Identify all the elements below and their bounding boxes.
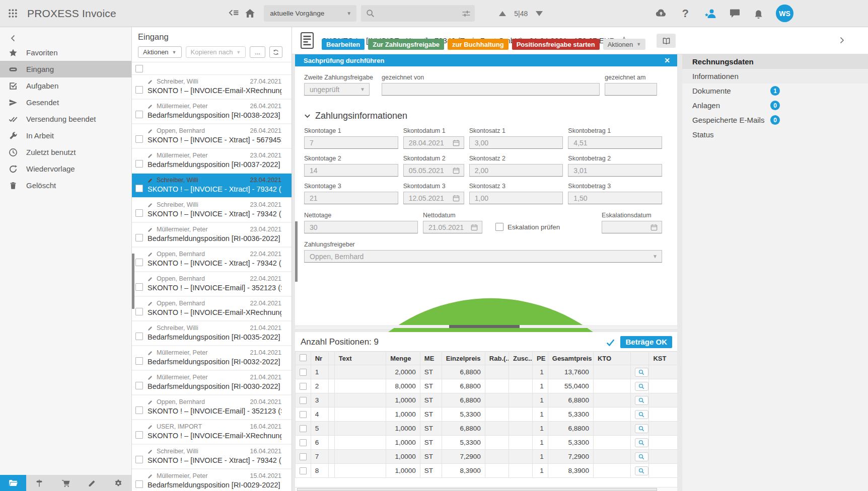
item-checkbox[interactable] bbox=[135, 111, 143, 118]
eskalationsdatum-field[interactable] bbox=[602, 221, 662, 233]
refresh-list-button[interactable] bbox=[269, 46, 282, 58]
row-checkbox[interactable] bbox=[300, 453, 307, 460]
position-row[interactable]: 1 2,0000 ST 6,8800 1 bbox=[296, 365, 678, 379]
list-item[interactable]: Schreiber, Willi 21.04.2021 Bedarfsmeldu… bbox=[132, 321, 292, 346]
tool-cart[interactable] bbox=[52, 475, 79, 491]
panel-tab-rechnungsdaten[interactable]: Rechnungsdaten bbox=[682, 54, 868, 69]
row-checkbox[interactable] bbox=[300, 397, 307, 404]
list-item[interactable]: Müllermeier, Peter 23.04.2021 Bedarfsmel… bbox=[132, 223, 292, 248]
start-position-release-button[interactable]: Positionsfreigabe starten bbox=[512, 39, 600, 50]
list-item[interactable]: Oppen, Bernhard 22.04.2021 SKONTO ! – [I… bbox=[132, 272, 292, 297]
item-checkbox[interactable] bbox=[135, 333, 143, 340]
sidebar-item-aufgaben[interactable]: Aufgaben bbox=[0, 77, 131, 94]
panel-tab-anlagen[interactable]: Anlagen 0 bbox=[682, 98, 868, 113]
chevron-right-icon[interactable] bbox=[838, 36, 846, 44]
list-item[interactable]: Müllermeier, Peter 15.04.2021 Bedarfsmel… bbox=[132, 469, 292, 491]
item-checkbox[interactable] bbox=[135, 86, 143, 94]
item-checkbox[interactable] bbox=[135, 135, 143, 143]
more-button[interactable]: ... bbox=[250, 46, 265, 58]
app-grid-icon[interactable] bbox=[8, 9, 18, 18]
sidebar-item-favoriten[interactable]: Favoriten bbox=[0, 44, 131, 61]
row-checkbox[interactable] bbox=[300, 439, 307, 446]
list-item[interactable]: Müllermeier, Peter 21.04.2021 Bedarfsmel… bbox=[132, 371, 292, 395]
list-scrollbar[interactable] bbox=[132, 254, 134, 309]
list-item[interactable]: Oppen, Bernhard 22.04.2021 SKONTO ! – [I… bbox=[132, 297, 292, 321]
row-checkbox[interactable] bbox=[300, 467, 307, 474]
sidebar-item-versendung-beendet[interactable]: Versendung beendet bbox=[0, 111, 131, 127]
row-checkbox[interactable] bbox=[300, 411, 307, 418]
to-accounting-button[interactable]: zur Buchhaltung bbox=[448, 39, 509, 50]
position-row[interactable]: 6 1,0000 ST 5,3300 1 bbox=[296, 436, 678, 450]
item-checkbox[interactable] bbox=[135, 357, 143, 365]
form-horizontal-scrollbar[interactable] bbox=[295, 325, 677, 328]
close-icon[interactable]: ✕ bbox=[664, 57, 670, 64]
item-checkbox[interactable] bbox=[135, 406, 143, 414]
kto-lookup-button[interactable] bbox=[635, 382, 648, 391]
list-item[interactable]: USER, IMPORT 16.04.2021 SKONTO ! – [INVO… bbox=[132, 420, 292, 445]
chat-icon[interactable] bbox=[730, 8, 740, 19]
sidebar-item-gesendet[interactable]: Gesendet bbox=[0, 94, 131, 111]
tool-archive[interactable] bbox=[0, 475, 26, 491]
home-icon[interactable] bbox=[245, 8, 255, 19]
sidebar-item-eingang[interactable]: Eingang bbox=[0, 61, 131, 77]
form-scrollbar[interactable] bbox=[295, 221, 298, 282]
gezeichnet-von-field[interactable] bbox=[382, 83, 600, 96]
positions-horizontal-scrollbar[interactable] bbox=[295, 487, 677, 491]
kto-lookup-button[interactable] bbox=[635, 396, 648, 405]
kto-lookup-button[interactable] bbox=[635, 410, 648, 419]
previous-result-icon[interactable] bbox=[499, 11, 506, 16]
filter-sliders-icon[interactable] bbox=[462, 9, 471, 18]
sidebar-item-wiedervorlage[interactable]: Wiedervorlage bbox=[0, 160, 131, 177]
kto-lookup-button[interactable] bbox=[635, 466, 648, 475]
sidebar-item-geloescht[interactable]: Gelöscht bbox=[0, 177, 131, 194]
user-avatar[interactable]: WS bbox=[776, 5, 793, 22]
panel-tab-informationen[interactable]: Informationen bbox=[682, 69, 868, 84]
doc-actions-button[interactable]: Aktionen▼ bbox=[603, 39, 646, 50]
list-item[interactable]: Oppen, Bernhard 20.04.2021 SKONTO ! – [I… bbox=[132, 395, 292, 420]
kto-lookup-button[interactable] bbox=[635, 368, 648, 377]
position-row[interactable]: 7 1,0000 ST 7,2900 1 bbox=[296, 450, 678, 464]
section-zahlungsinformationen[interactable]: Zahlungsinformationen bbox=[304, 111, 677, 121]
list-item[interactable]: Oppen, Bernhard 22.04.2021 SKONTO ! – [I… bbox=[132, 248, 292, 272]
position-row[interactable]: 8 1,0000 ST 8,3900 1 bbox=[296, 464, 678, 478]
copy-to-button[interactable]: Kopieren nach▼ bbox=[186, 46, 246, 58]
row-checkbox[interactable] bbox=[300, 383, 307, 390]
row-checkbox[interactable] bbox=[300, 369, 307, 376]
eskalation-pruefen-checkbox[interactable] bbox=[495, 223, 503, 231]
item-checkbox[interactable] bbox=[135, 431, 143, 439]
panel-tab-status[interactable]: Status bbox=[682, 127, 868, 142]
help-icon[interactable]: ? bbox=[682, 8, 689, 19]
reading-view-button[interactable] bbox=[657, 34, 676, 48]
payment-release-button[interactable]: Zur Zahlungsfreigabe bbox=[368, 39, 444, 50]
notifications-bell-icon[interactable] bbox=[753, 8, 764, 19]
list-item[interactable]: Schreiber, Willi 27.04.2021 SKONTO ! – [… bbox=[132, 75, 292, 100]
search-box[interactable] bbox=[361, 5, 475, 22]
position-row[interactable]: 5 1,0000 ST 6,8800 1 bbox=[296, 422, 678, 436]
item-checkbox[interactable] bbox=[135, 283, 143, 291]
sidebar-collapse-icon[interactable] bbox=[9, 34, 17, 42]
user-star-icon[interactable] bbox=[704, 8, 716, 19]
zweite-zahlungsfreigabe-select[interactable]: ungeprüft ▼ bbox=[304, 83, 370, 96]
panel-tab-gespeicherte-emails[interactable]: Gespeicherte E-Mails 0 bbox=[682, 113, 868, 127]
list-item[interactable]: Oppen, Bernhard 26.04.2021 SKONTO ! – [I… bbox=[132, 124, 292, 149]
collapse-menu-icon[interactable] bbox=[228, 8, 239, 19]
tool-signpost[interactable] bbox=[26, 475, 52, 491]
position-row[interactable]: 2 8,0000 ST 6,8800 1 bbox=[296, 379, 678, 393]
kto-lookup-button[interactable] bbox=[635, 438, 648, 447]
position-row[interactable]: 4 1,0000 ST 5,3300 1 bbox=[296, 407, 678, 422]
list-item[interactable]: Schreiber, Willi 23.04.2021 SKONTO ! – [… bbox=[132, 198, 292, 223]
kto-lookup-button[interactable] bbox=[635, 452, 648, 461]
scope-select[interactable]: aktuelle Vorgänge ▼ bbox=[264, 5, 356, 22]
gezeichnet-am-field[interactable] bbox=[605, 83, 657, 96]
item-checkbox[interactable] bbox=[135, 185, 143, 192]
item-checkbox[interactable] bbox=[135, 160, 143, 168]
edit-button[interactable]: Bearbeiten bbox=[322, 39, 365, 50]
list-item[interactable]: Müllermeier, Peter 21.04.2021 Bedarfsmel… bbox=[132, 346, 292, 371]
list-item[interactable]: Schreiber, Willi 16.04.2021 SKONTO ! – [… bbox=[132, 445, 292, 469]
tool-settings[interactable] bbox=[105, 475, 131, 491]
list-item[interactable]: Müllermeier, Peter 23.04.2021 Bedarfsmel… bbox=[132, 149, 292, 174]
select-all-checkbox[interactable] bbox=[135, 65, 143, 72]
item-checkbox[interactable] bbox=[135, 456, 143, 463]
sidebar-item-zuletzt-benutzt[interactable]: Zuletzt benutzt bbox=[0, 144, 131, 160]
select-all-rows-checkbox[interactable] bbox=[300, 354, 307, 361]
